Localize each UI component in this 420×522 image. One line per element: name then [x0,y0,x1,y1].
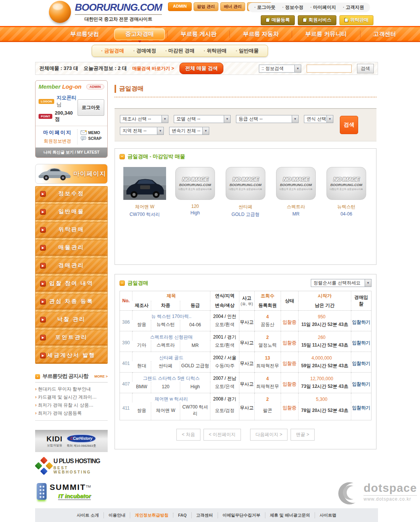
admin-button[interactable]: ADMIN [168,2,192,11]
mypage-banner[interactable]: 마이페이지 [35,164,108,184]
row-views: 2 [254,331,281,341]
mypage-link[interactable]: 마이페이지 [310,4,336,11]
notice-item[interactable]: 현대카드 무이자 할부안내 [35,385,108,393]
popup-manage-button[interactable]: 팝업 관리 [194,2,218,11]
search-all-button[interactable]: 전체 매물 검색 [179,63,223,74]
region-select[interactable]: 지역 전체 --▼ [120,127,164,135]
closing-item[interactable]: NO IMAGE BOORURUNG.COM 대한민국 중고차 전문경매사이트 … [220,167,271,218]
bid-button[interactable]: 입찰하기 [351,331,372,352]
edit-member-info-link[interactable]: 회원정보변경 [38,138,77,144]
scrap-link[interactable]: SCRAP [81,136,105,141]
next-page-button[interactable]: 다음페이지 > [250,429,288,441]
sidebar-item-general-items[interactable]: ▶일반매물 [36,204,107,220]
footer-link-support[interactable]: 고객센터 [191,512,218,518]
sidebar-item-favorite-cars[interactable]: ▶관심 차종 등록 [36,294,107,310]
notice-item[interactable]: 최저가 경매 상품등록 [35,409,108,417]
col-bid: 경매입찰 [351,291,372,311]
row-title-link[interactable]: 그랜드 스타렉스 5밴 디럭스 [132,373,210,382]
maker-select[interactable]: 제조사 선택 --▼ [120,115,168,123]
bid-button[interactable]: 입찰하기 [351,373,372,393]
search-button[interactable]: 검색 [357,64,374,73]
search-shortcut-link[interactable]: 매물검색 바로가기 > [132,65,174,72]
footer-link-sitemap[interactable]: 사이트맵 [315,512,341,518]
uplus-hosting-banner[interactable]: U PLUS HOSTING BEST WEBHOSTING [35,454,108,478]
sidebar-menu: ▶정보수정 ▶일반매물 ▶위탁판매 ▶매물관리 ▶경매관리 ▶입찰 참여 내역 … [35,186,108,364]
logout-button[interactable]: 로그아웃 [78,99,104,116]
nav-item-community[interactable]: 부르릉 커뮤니티 [292,31,360,38]
row-remaining: 59일 20시간 52분 43초 [298,361,351,373]
info-search-select[interactable]: :: 정보검색 ▼ [259,65,301,73]
subnav-closed[interactable]: 마감된 경매 [162,47,199,54]
edit-info-link[interactable]: 정보수정 [282,4,303,11]
closing-item[interactable]: 체어맨 W CW700 럭셔리 [120,167,170,218]
sidebar-item-edit-info[interactable]: ▶정보수정 [36,186,107,202]
subnav-consignment[interactable]: 위탁판매 [200,47,230,54]
bid-button[interactable]: 입찰하기 [351,352,372,373]
closing-item[interactable]: NO IMAGE BOORURUNG.COM 대한민국 중고차 전문경매사이트 … [271,167,321,218]
grade-select[interactable]: 등급 선택 --▼ [236,115,299,123]
prev-page-button[interactable]: < 이전페이지 [204,429,241,441]
summit-banner[interactable]: SUMMITTM IT incubator [35,478,108,505]
row-status: 입찰중 [281,393,298,420]
notice-item[interactable]: 카드결제 및 실시간 계좌이… [35,393,108,401]
sidebar-item-item-manage[interactable]: ▶매물관리 [36,240,107,256]
row-member: 팔콘 [254,402,281,420]
notice-item[interactable]: 최저가 경매 유찰 시 상품… [35,401,108,409]
member-service-button[interactable]: 회원서비스 [298,15,336,25]
menu-separator [36,345,107,348]
register-item-button[interactable]: 매물등록 [261,15,295,25]
mypage-link[interactable]: 마이페이지 [38,129,77,136]
sidebar-item-point-manage[interactable]: ▶포인트관리 [36,330,107,345]
row-title-link[interactable]: 스펙트라윙 신형판매 [132,331,210,341]
year-select[interactable]: 연식 선택▼ [304,115,333,123]
sidebar-item-tax-invoice[interactable]: ▶세금계산서 발행 [36,348,107,363]
support-link[interactable]: 고객지원 [343,4,364,11]
memo-link[interactable]: MEMO [81,130,105,135]
row-status: 입찰중 [281,311,298,331]
bid-button[interactable]: 입찰하기 [351,393,372,420]
subnav-today-auction[interactable]: 금일경매 [97,47,128,54]
footer-link-guide[interactable]: 이용안내 [103,512,130,518]
nav-item-support[interactable]: 고객센터 [360,31,409,38]
kidi-carhistory-banner[interactable]: KIDI 보험개발원 CCarHistory 특허 제10-0662663호 [35,430,108,452]
model-select[interactable]: 모델 선택 --▼ [174,115,231,123]
sort-order-select[interactable]: 정렬순서를 선택하세요▼ [311,279,372,287]
subnav-general[interactable]: 일반매물 [232,47,262,54]
consignment-button[interactable]: 위탁판매 [339,15,373,25]
footer-link-about[interactable]: 사이트 소개 [72,512,103,518]
scrap-icon [81,136,87,141]
last-page-button[interactable]: 맨끝 > [291,429,314,441]
site-logo[interactable]: BOORURUNG.COM 대한민국 중고차 전문 경매사이트 [49,1,162,23]
row-title-link[interactable]: 산타페 골드 [132,352,210,362]
sidebar-item-winning-manage[interactable]: ▶낙찰 관리 [36,312,107,327]
sidebar-item-consignment[interactable]: ▶위탁판매 [36,222,107,238]
closing-item[interactable]: NO IMAGE BOORURUNG.COM 대한민국 중고차 전문경매사이트 … [170,167,220,218]
sidebar-item-bid-history[interactable]: ▶입찰 참여 내역 [36,276,107,292]
filter-search-button[interactable]: 검색 [340,116,358,134]
closing-item[interactable]: NO IMAGE BOORURUNG.COM 대한민국 중고차 전문경매사이트 … [321,167,372,218]
subnav-upcoming[interactable]: 경매예정 [129,47,160,54]
row-title-link[interactable]: 체어맨 w 럭셔리 [132,393,210,403]
row-no: 411 [120,393,132,420]
col-status: 상태 [281,291,298,311]
logon-badge: LOGON [39,99,54,104]
search-input[interactable] [307,65,352,73]
row-title-link[interactable]: 뉴 렉스턴 170마력.. [132,311,210,320]
bid-button[interactable]: 입찰하기 [351,311,372,331]
footer-link-ads[interactable]: 제휴 및 배너광고문의 [265,512,315,518]
nav-item-auction[interactable]: 중고차경매 [114,28,165,40]
nav-item-home[interactable]: 부르릉닷컴 [57,31,112,38]
first-page-button[interactable]: < 처음 [176,429,200,441]
row-remaining: 78일 20시간 52분 43초 [298,402,351,420]
sidebar-item-auction-manage[interactable]: ▶경매관리 [36,258,107,274]
notice-more-link[interactable]: MORE > [94,374,108,378]
footer-link-faq[interactable]: FAQ [173,513,191,517]
my-latest-bar[interactable]: 나의 최신글 보기 / MY LATEST [36,148,107,157]
nav-item-board[interactable]: 부르릉 게시판 [167,31,229,38]
logout-link[interactable]: 로그아웃 [254,4,275,11]
footer-link-privacy[interactable]: 개인정보취급방침 [130,512,173,518]
footer-link-email-policy[interactable]: 이메일무단수집거부 [218,512,265,518]
nav-item-cars[interactable]: 부르릉 자동차 [229,31,292,38]
banner-manage-button[interactable]: 배너 관리 [220,2,245,11]
trans-select[interactable]: 변속기 전체 --▼ [169,127,209,135]
